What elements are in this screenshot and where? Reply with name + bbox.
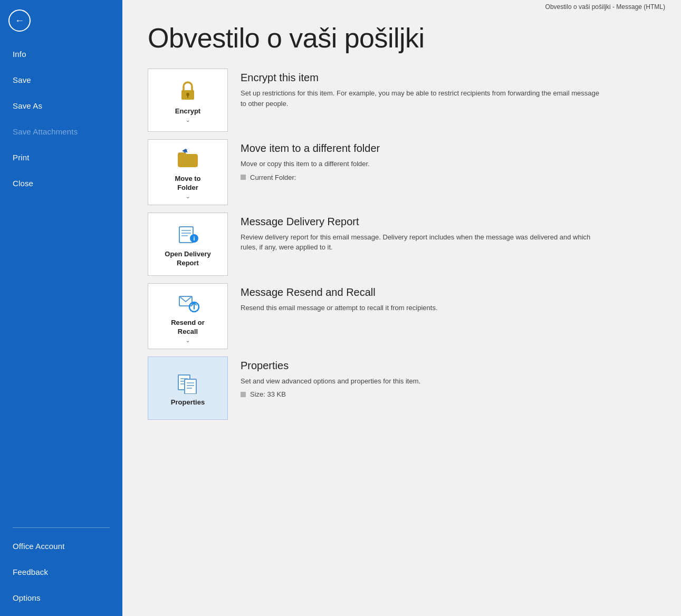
detail-square-icon: [241, 392, 246, 397]
sidebar-item-print[interactable]: Print: [0, 145, 122, 170]
delivery-report-label: Open DeliveryReport: [165, 250, 210, 268]
properties-label: Properties: [171, 398, 205, 407]
encrypt-chevron: ⌄: [186, 117, 190, 123]
action-row-encrypt: Encrypt ⌄ Encrypt this item Set up restr…: [148, 69, 656, 132]
page-title: Obvestilo o vaši pošiljki: [122, 13, 681, 69]
encrypt-title: Encrypt this item: [241, 72, 656, 84]
move-to-folder-description: Move or copy this item to a different fo…: [241, 159, 599, 169]
action-row-delivery-report: i Open DeliveryReport Message Delivery R…: [148, 213, 656, 276]
resend-recall-chevron: ⌄: [186, 338, 190, 343]
move-to-folder-button[interactable]: Move toFolder ⌄: [148, 139, 228, 205]
sidebar-item-save[interactable]: Save: [0, 67, 122, 93]
properties-size-text: Size: 33 KB: [250, 390, 286, 398]
detail-square-icon: [241, 175, 246, 180]
folder-move-icon: [176, 147, 200, 170]
back-arrow-icon: ←: [15, 16, 24, 25]
action-row-resend-recall: Resend orRecall ⌄ Message Resend and Rec…: [148, 283, 656, 349]
properties-detail: Size: 33 KB: [241, 390, 656, 398]
top-bar: Obvestilo o vaši pošiljki - Message (HTM…: [122, 0, 681, 13]
properties-icon: [176, 371, 199, 394]
sidebar-item-info[interactable]: Info: [0, 41, 122, 67]
properties-title: Properties: [241, 360, 656, 372]
back-button[interactable]: ←: [8, 9, 31, 32]
move-to-folder-chevron: ⌄: [186, 194, 190, 199]
svg-rect-18: [185, 379, 196, 394]
lock-icon: [177, 80, 198, 103]
delivery-report-title: Message Delivery Report: [241, 216, 656, 228]
move-to-folder-title: Move item to a different folder: [241, 142, 656, 155]
move-to-folder-desc: Move item to a different folder Move or …: [241, 139, 656, 181]
sidebar-item-save-as[interactable]: Save As: [0, 93, 122, 119]
encrypt-button[interactable]: Encrypt ⌄: [148, 69, 228, 132]
sidebar-nav: Info Save Save As Save Attachments Print…: [0, 41, 122, 616]
delivery-report-desc: Message Delivery Report Review delivery …: [241, 213, 656, 253]
svg-text:i: i: [193, 235, 195, 242]
sidebar-item-close[interactable]: Close: [0, 170, 122, 196]
action-row-properties: Properties Properties Set and view advan…: [148, 357, 656, 420]
delivery-report-button[interactable]: i Open DeliveryReport: [148, 213, 228, 276]
properties-description: Set and view advanced options and proper…: [241, 376, 599, 387]
main-content: Obvestilo o vaši pošiljki - Message (HTM…: [122, 0, 681, 616]
sidebar: ← Info Save Save As Save Attachments Pri…: [0, 0, 122, 616]
resend-recall-button[interactable]: Resend orRecall ⌄: [148, 283, 228, 349]
sidebar-item-options[interactable]: Options: [0, 585, 122, 611]
resend-recall-description: Resend this email message or attempt to …: [241, 303, 599, 313]
action-row-move-to-folder: Move toFolder ⌄ Move item to a different…: [148, 139, 656, 205]
sidebar-item-feedback[interactable]: Feedback: [0, 559, 122, 585]
encrypt-label: Encrypt: [175, 107, 200, 116]
resend-recall-label: Resend orRecall: [171, 319, 205, 336]
sidebar-item-office-account[interactable]: Office Account: [0, 533, 122, 559]
top-bar-title: Obvestilo o vaši pošiljki - Message (HTM…: [545, 3, 665, 11]
move-to-folder-label: Move toFolder: [175, 175, 200, 192]
properties-desc: Properties Set and view advanced options…: [241, 357, 656, 399]
move-to-folder-detail: Current Folder:: [241, 174, 656, 181]
resend-recall-desc: Message Resend and Recall Resend this em…: [241, 283, 656, 313]
encrypt-desc: Encrypt this item Set up restrictions fo…: [241, 69, 656, 109]
delivery-report-icon: i: [176, 223, 199, 246]
svg-rect-2: [187, 95, 188, 98]
encrypt-description: Set up restrictions for this item. For e…: [241, 88, 599, 109]
properties-button[interactable]: Properties: [148, 357, 228, 420]
sidebar-divider: [13, 527, 110, 528]
resend-recall-title: Message Resend and Recall: [241, 286, 656, 299]
move-to-folder-detail-text: Current Folder:: [250, 174, 296, 181]
resend-recall-icon: [176, 291, 199, 314]
delivery-report-description: Review delivery report for this email me…: [241, 232, 599, 253]
sidebar-item-save-attachments: Save Attachments: [0, 119, 122, 145]
content-area: Encrypt ⌄ Encrypt this item Set up restr…: [122, 69, 681, 446]
